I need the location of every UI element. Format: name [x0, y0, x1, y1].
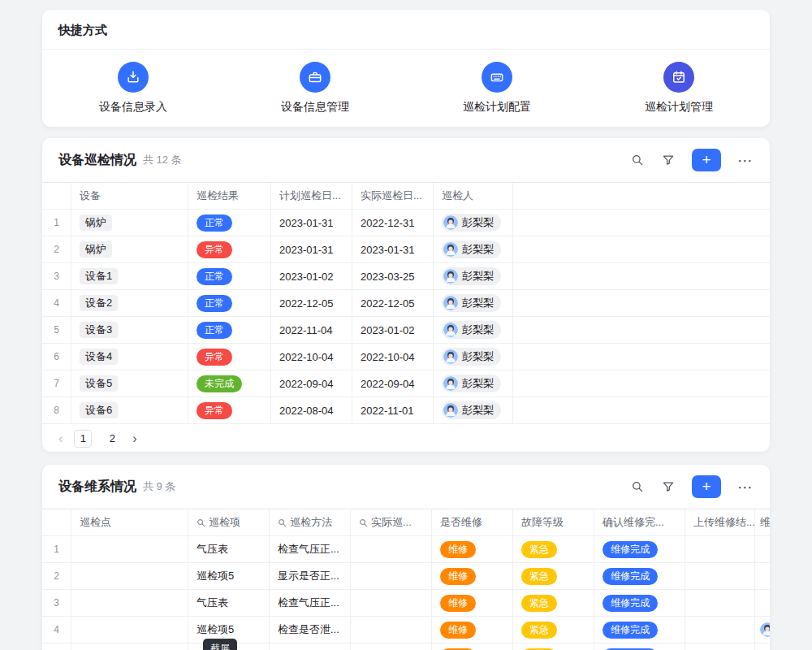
- add-record-button[interactable]: +: [692, 475, 721, 498]
- actual-date-cell[interactable]: 2022-12-31: [352, 210, 434, 236]
- column-header-device[interactable]: 设备: [71, 183, 188, 209]
- column-header-maintainer[interactable]: 维: [755, 509, 770, 535]
- result-cell[interactable]: 异常: [188, 344, 271, 370]
- actual-date-cell[interactable]: 2023-03-25: [352, 263, 434, 289]
- actual-date-cell[interactable]: 2023-01-02: [352, 317, 434, 343]
- upload-cell[interactable]: [685, 536, 755, 562]
- column-header-actual-date[interactable]: 实际巡检日...: [352, 183, 434, 209]
- planned-date-cell[interactable]: 2023-01-31: [271, 210, 352, 236]
- point-cell[interactable]: [71, 617, 188, 643]
- upload-cell[interactable]: [685, 644, 755, 650]
- upload-cell[interactable]: [685, 590, 755, 616]
- column-header-method[interactable]: 巡检方法: [270, 509, 351, 535]
- planned-date-cell[interactable]: 2022-08-04: [271, 397, 352, 423]
- result-cell[interactable]: 异常: [188, 397, 271, 423]
- actual-cell[interactable]: [351, 617, 432, 643]
- column-header-repair[interactable]: 是否维修: [432, 509, 513, 535]
- shortcut-plan-config[interactable]: 巡检计划配置: [406, 62, 588, 115]
- actual-date-cell[interactable]: 2023-01-31: [352, 236, 434, 262]
- result-cell[interactable]: 未完成: [188, 370, 271, 396]
- column-header-item[interactable]: 巡检项: [188, 509, 270, 535]
- actual-cell[interactable]: [351, 536, 432, 562]
- actual-date-cell[interactable]: 2022-09-04: [352, 370, 434, 396]
- result-cell[interactable]: 正常: [188, 290, 271, 316]
- column-header-confirm[interactable]: 确认维修完...: [594, 509, 685, 535]
- method-cell[interactable]: 显示是否正...: [270, 563, 351, 589]
- maintainer-cell[interactable]: [755, 617, 770, 643]
- device-cell[interactable]: 设备3: [71, 317, 188, 343]
- actual-cell[interactable]: [351, 563, 432, 589]
- planned-date-cell[interactable]: 2022-12-05: [271, 290, 352, 316]
- planned-date-cell[interactable]: 2023-01-31: [271, 236, 352, 262]
- inspector-cell[interactable]: 彭梨梨: [434, 370, 513, 396]
- method-cell[interactable]: 检查是否泄...: [270, 617, 351, 643]
- column-header-planned-date[interactable]: 计划巡检日...: [271, 183, 352, 209]
- level-cell[interactable]: 紧急: [513, 617, 594, 643]
- inspector-cell[interactable]: 彭梨梨: [434, 344, 513, 370]
- column-header-actual[interactable]: 实际巡...: [351, 509, 432, 535]
- confirm-cell[interactable]: 维修完成: [594, 617, 685, 643]
- column-header-inspector[interactable]: 巡检人: [434, 183, 513, 209]
- upload-cell[interactable]: [685, 563, 755, 589]
- method-cell[interactable]: 显示是否正...: [270, 644, 351, 650]
- item-cell[interactable]: 气压表: [188, 536, 270, 562]
- result-cell[interactable]: 正常: [188, 317, 271, 343]
- method-cell[interactable]: 检查气压正...: [270, 536, 351, 562]
- level-cell[interactable]: 紧急: [513, 590, 594, 616]
- point-cell[interactable]: [71, 536, 188, 562]
- confirm-cell[interactable]: 维修完成: [594, 536, 685, 562]
- planned-date-cell[interactable]: 2023-01-02: [271, 263, 352, 289]
- result-cell[interactable]: 正常: [188, 263, 271, 289]
- level-cell[interactable]: 紧急: [513, 644, 594, 650]
- device-cell[interactable]: 设备2: [71, 290, 188, 316]
- planned-date-cell[interactable]: 2022-09-04: [271, 370, 352, 396]
- filter-icon[interactable]: [661, 479, 676, 494]
- level-cell[interactable]: 紧急: [513, 563, 594, 589]
- more-options-button[interactable]: ⋯: [737, 479, 754, 495]
- result-cell[interactable]: 异常: [188, 236, 271, 262]
- confirm-cell[interactable]: 维修完成: [594, 563, 685, 589]
- point-cell[interactable]: [71, 644, 188, 650]
- inspector-cell[interactable]: 彭梨梨: [434, 317, 513, 343]
- device-cell[interactable]: 锅炉: [71, 210, 188, 236]
- maintainer-cell[interactable]: [755, 563, 770, 589]
- maintainer-cell[interactable]: [755, 590, 770, 616]
- more-options-button[interactable]: ⋯: [737, 153, 754, 168]
- level-cell[interactable]: 紧急: [513, 536, 594, 562]
- search-icon[interactable]: [630, 153, 645, 167]
- actual-date-cell[interactable]: 2022-10-04: [352, 344, 434, 370]
- column-header-point[interactable]: 巡检点: [71, 509, 188, 535]
- repair-cell[interactable]: 维修: [432, 563, 513, 589]
- device-cell[interactable]: 设备6: [71, 397, 188, 423]
- inspector-cell[interactable]: 彭梨梨: [434, 397, 513, 423]
- device-cell[interactable]: 锅炉: [71, 236, 188, 262]
- shortcut-device-entry[interactable]: 设备信息录入: [42, 62, 224, 115]
- actual-date-cell[interactable]: 2022-12-05: [352, 290, 434, 316]
- column-header-upload[interactable]: 上传维修结...: [685, 509, 755, 535]
- inspector-cell[interactable]: 彭梨梨: [434, 210, 513, 236]
- point-cell[interactable]: [71, 563, 188, 589]
- next-page-icon[interactable]: ›: [132, 432, 136, 445]
- prev-page-icon[interactable]: ‹: [58, 432, 63, 445]
- inspector-cell[interactable]: 彭梨梨: [434, 236, 513, 262]
- repair-cell[interactable]: 维修: [432, 536, 513, 562]
- maintainer-cell[interactable]: [755, 536, 770, 562]
- shortcut-plan-manage[interactable]: 巡检计划管理: [588, 62, 770, 115]
- result-cell[interactable]: 正常: [188, 210, 271, 236]
- actual-cell[interactable]: [351, 590, 432, 616]
- item-cell[interactable]: 巡检项5: [188, 563, 270, 589]
- method-cell[interactable]: 检查气压正...: [270, 590, 351, 616]
- column-header-result[interactable]: 巡检结果: [188, 183, 271, 209]
- point-cell[interactable]: [71, 590, 188, 616]
- add-record-button[interactable]: +: [692, 149, 721, 171]
- device-cell[interactable]: 设备5: [71, 370, 188, 396]
- shortcut-device-manage[interactable]: 设备信息管理: [224, 62, 406, 115]
- upload-cell[interactable]: [685, 617, 755, 643]
- repair-cell[interactable]: 维修: [432, 644, 513, 650]
- item-cell[interactable]: 气压表: [188, 590, 270, 616]
- planned-date-cell[interactable]: 2022-10-04: [271, 344, 352, 370]
- filter-icon[interactable]: [661, 153, 676, 167]
- device-cell[interactable]: 设备4: [71, 344, 188, 370]
- confirm-cell[interactable]: 维修完成: [594, 590, 685, 616]
- confirm-cell[interactable]: 维修完成: [594, 644, 685, 650]
